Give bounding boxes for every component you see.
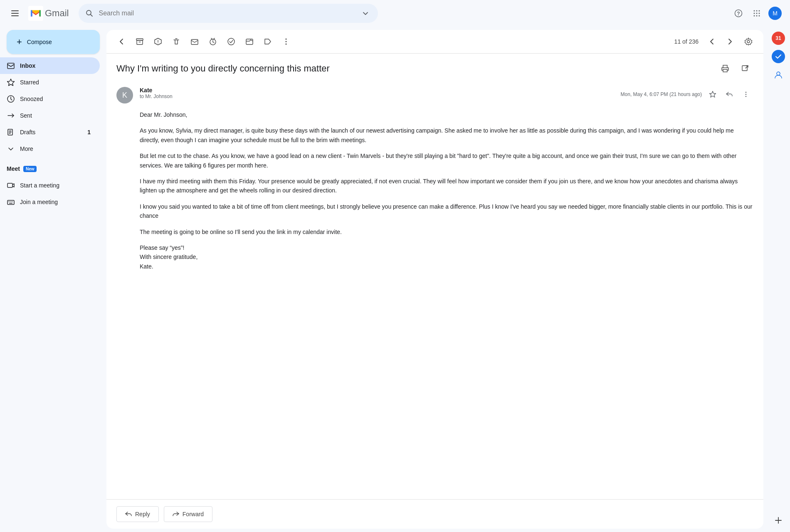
topbar-right: ? M (730, 5, 783, 22)
task-button[interactable] (223, 33, 239, 50)
more-options-button[interactable] (278, 33, 294, 50)
forward-label: Forward (183, 511, 204, 517)
svg-point-10 (759, 13, 760, 14)
sidebar-item-snoozed[interactable]: Snoozed (0, 91, 100, 107)
sender-avatar: K (116, 87, 133, 103)
back-button[interactable] (113, 33, 130, 50)
svg-point-47 (286, 44, 287, 45)
account-button[interactable]: M (767, 5, 783, 22)
svg-point-6 (756, 10, 758, 12)
svg-point-46 (286, 41, 287, 42)
calendar-sidebar-button[interactable]: 31 (770, 30, 787, 47)
meet-section: Meet New Start a meeting (0, 157, 106, 214)
sidebar-item-inbox[interactable]: Inbox (0, 57, 100, 74)
svg-point-54 (746, 92, 747, 93)
settings-button[interactable] (740, 33, 757, 50)
snoozed-label: Snoozed (20, 96, 93, 102)
svg-rect-32 (137, 40, 143, 44)
gmail-logo[interactable]: Gmail (28, 6, 69, 21)
reply-button[interactable]: Reply (116, 506, 159, 522)
keyboard-icon (7, 198, 15, 206)
svg-rect-49 (723, 65, 727, 68)
sidebar-item-join-meeting[interactable]: Join a meeting (0, 194, 100, 210)
svg-marker-53 (710, 91, 716, 98)
inbox-icon (7, 62, 15, 70)
forward-button[interactable]: Forward (164, 506, 212, 522)
svg-point-55 (746, 94, 747, 95)
calendar-day: 31 (775, 35, 781, 41)
sidebar-item-drafts[interactable]: Drafts 1 (0, 124, 100, 140)
svg-rect-24 (7, 183, 12, 187)
tasks-sidebar-button[interactable] (770, 48, 787, 65)
add-icon (774, 516, 783, 525)
drafts-icon (7, 128, 15, 136)
star-message-button[interactable] (705, 87, 720, 102)
compose-button[interactable]: + Compose (7, 30, 100, 54)
svg-point-7 (759, 10, 760, 12)
mark-unread-button[interactable] (186, 33, 203, 50)
contacts-sidebar-button[interactable] (770, 66, 787, 83)
apps-button[interactable] (748, 5, 765, 22)
avatar: M (768, 7, 782, 20)
body-greeting: Dear Mr. Johnson, (140, 110, 753, 119)
email-subject-bar: Why I'm writing to you directly concerni… (106, 54, 763, 84)
search-dropdown-icon[interactable] (360, 7, 371, 19)
svg-rect-51 (742, 66, 747, 71)
sidebar-item-more[interactable]: More (0, 140, 100, 157)
gmail-m-icon (28, 6, 43, 21)
sidebar-item-sent[interactable]: Sent (0, 107, 100, 124)
archive-button[interactable] (131, 33, 148, 50)
hamburger-icon (11, 10, 19, 16)
right-sidebar: 31 (767, 27, 790, 532)
meet-new-badge: New (23, 166, 37, 172)
reply-area: Reply Forward (106, 499, 763, 529)
svg-point-13 (759, 15, 760, 17)
svg-rect-50 (723, 69, 727, 72)
search-input[interactable] (99, 10, 355, 17)
move-to-button[interactable] (241, 33, 258, 50)
svg-rect-37 (191, 39, 198, 44)
body-closing1: Please say “yes”! (140, 244, 184, 251)
svg-rect-44 (246, 39, 253, 44)
snooze-button[interactable] (205, 33, 221, 50)
help-button[interactable]: ? (730, 5, 747, 22)
gmail-text: Gmail (45, 8, 69, 19)
message-header: K Kate to Mr. Johnson Mon, May 4, 6:07 P… (116, 84, 753, 110)
svg-point-57 (777, 72, 780, 75)
menu-button[interactable] (7, 5, 23, 22)
svg-point-9 (756, 13, 758, 14)
avatar-letter: K (122, 91, 127, 100)
subject-actions (717, 60, 753, 77)
message-body: Dear Mr. Johnson, As you know, Sylvia, m… (116, 110, 753, 281)
compose-label: Compose (27, 39, 52, 45)
svg-point-43 (228, 38, 235, 45)
join-meeting-label: Join a meeting (20, 199, 93, 205)
open-new-window-button[interactable] (737, 60, 753, 77)
delete-button[interactable] (168, 33, 185, 50)
search-bar[interactable] (79, 4, 378, 23)
body-closing3: Kate. (140, 263, 153, 270)
message-actions (705, 87, 753, 102)
svg-rect-14 (7, 63, 14, 69)
next-email-button[interactable] (722, 33, 738, 50)
search-icon (85, 9, 94, 17)
sidebar-item-start-meeting[interactable]: Start a meeting (0, 177, 100, 194)
more-label: More (20, 145, 93, 152)
label-button[interactable] (259, 33, 276, 50)
svg-point-5 (754, 10, 755, 12)
email-message: K Kate to Mr. Johnson Mon, May 4, 6:07 P… (106, 84, 763, 499)
star-icon (7, 78, 15, 86)
chevron-down-icon (7, 145, 15, 153)
prev-email-button[interactable] (704, 33, 720, 50)
calendar-icon: 31 (772, 32, 785, 45)
spam-button[interactable] (150, 33, 166, 50)
print-button[interactable] (717, 60, 733, 77)
more-message-options-button[interactable] (738, 87, 753, 102)
reply-sender-button[interactable] (722, 87, 737, 102)
sidebar-item-starred[interactable]: Starred (0, 74, 100, 91)
add-right-sidebar-button[interactable] (770, 512, 787, 529)
reply-icon (125, 511, 132, 517)
svg-point-8 (754, 13, 755, 14)
tasks-icon (772, 50, 785, 63)
start-meeting-label: Start a meeting (20, 182, 93, 189)
